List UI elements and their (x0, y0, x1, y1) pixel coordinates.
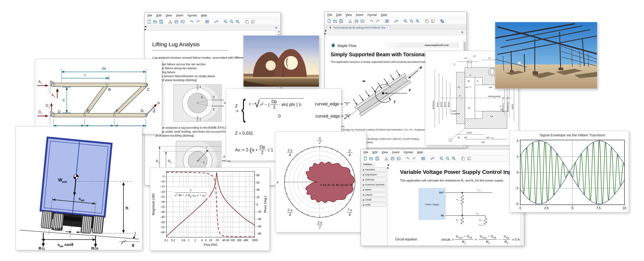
truss-diagram: 3a c b a a a θ Ax Ay Dy Dx P (35, 59, 162, 134)
menu-edit[interactable]: Edit (373, 151, 378, 154)
collapse-chevron-icon[interactable]: « (275, 25, 277, 30)
copy-page-icon[interactable] (245, 19, 249, 24)
menu-file[interactable]: File (147, 14, 152, 17)
zoom-region-icon[interactable] (415, 19, 420, 24)
print-icon[interactable] (390, 156, 395, 161)
export-image-icon[interactable] (396, 156, 401, 161)
menu-format[interactable]: Format (188, 14, 197, 17)
palette-item[interactable]: ▶ Common Symbols (362, 183, 387, 187)
menu-view[interactable]: View (166, 14, 172, 17)
undo-icon[interactable] (189, 19, 194, 24)
svg-text:70: 70 (349, 183, 352, 187)
splitter-handles[interactable]: ◀▶ (325, 29, 327, 35)
svg-text:4: 4 (349, 153, 351, 157)
tab-strip: *TorsionalandLateralLoadingonW10X54Beam.… (325, 25, 466, 30)
print-icon[interactable] (174, 19, 179, 24)
svg-text:40: 40 (336, 183, 339, 187)
menu-edit[interactable]: Edit (156, 14, 161, 17)
paste-page-icon[interactable] (251, 19, 255, 24)
document-tab[interactable]: *TorsionalandLateralLoadingonW10X54Beam.… (327, 26, 390, 29)
collapsed-panel-bar[interactable]: « (325, 30, 466, 35)
svg-text:π: π (276, 180, 279, 184)
palette-item[interactable]: ▶ Expression (362, 173, 387, 177)
svg-text:h sinθ: h sinθ (51, 226, 63, 231)
new-doc-icon[interactable] (327, 19, 331, 24)
palette-item[interactable]: ▶ Layout (362, 193, 387, 197)
palette-item[interactable]: ▶ Matrix (362, 188, 387, 192)
paste-page-icon[interactable] (431, 19, 435, 24)
collapsed-panel-bar[interactable]: « (145, 25, 280, 31)
save-icon[interactable] (159, 19, 164, 24)
svg-text:42⁺⁰·⁵: 42⁺⁰·⁵ (465, 86, 471, 88)
undo-icon[interactable] (369, 19, 374, 24)
menu-format[interactable]: Format (404, 151, 413, 154)
svg-text:−1: −1 (515, 186, 518, 190)
zoom-out-icon[interactable] (229, 19, 234, 24)
redo-icon[interactable] (195, 19, 200, 24)
collapse-chevron-icon[interactable]: « (461, 30, 463, 34)
zoom-in-icon[interactable] (223, 19, 228, 24)
palette-item[interactable]: ▶ Greek (362, 198, 387, 202)
menu-file[interactable]: File (364, 151, 368, 154)
zoom-in-icon[interactable] (403, 19, 408, 24)
svg-text:10: 10 (323, 183, 326, 187)
link-icon[interactable] (430, 156, 435, 161)
paste-page-icon[interactable] (467, 156, 471, 161)
cut-icon[interactable] (168, 19, 173, 24)
palettes-tab[interactable]: Palettes (361, 162, 374, 166)
zoom-in-icon[interactable] (439, 156, 444, 161)
menu-view[interactable]: View (382, 151, 388, 154)
menu-help[interactable]: Help (417, 151, 423, 154)
table-icon[interactable] (385, 19, 389, 24)
menu-help[interactable]: Help (381, 13, 387, 16)
zoom-out-icon[interactable] (445, 156, 450, 161)
save-icon[interactable] (339, 19, 344, 24)
save-icon[interactable] (375, 156, 380, 161)
svg-text:0.1: 0.1 (165, 239, 169, 242)
svg-text:π: π (319, 136, 321, 140)
svg-text:θ: θ (153, 109, 155, 114)
export-image-icon[interactable] (360, 19, 365, 24)
copy-page-icon[interactable] (461, 156, 465, 161)
cut-icon[interactable] (348, 19, 353, 24)
svg-text:1000: 1000 (252, 239, 258, 242)
menu-help[interactable]: Help (201, 14, 207, 17)
svg-text:10: 10 (473, 55, 476, 57)
undo-icon[interactable] (406, 156, 410, 161)
redo-icon[interactable] (412, 156, 416, 161)
svg-text:w: w (362, 79, 365, 83)
table-icon[interactable] (205, 19, 209, 24)
zoom-out-icon[interactable] (409, 19, 414, 24)
svg-text:10: 10 (457, 86, 460, 88)
copy-page-icon[interactable] (424, 19, 429, 24)
menu-insert[interactable]: Insert (392, 151, 399, 154)
zoom-region-icon[interactable] (235, 19, 240, 24)
table-icon[interactable] (421, 156, 426, 161)
new-doc-icon[interactable] (363, 156, 368, 161)
open-folder-icon[interactable] (333, 19, 337, 24)
menu-format[interactable]: Format (368, 13, 377, 16)
menu-view[interactable]: View (346, 13, 352, 16)
palette-item[interactable]: ▶ Units (362, 203, 387, 207)
link-icon[interactable] (394, 19, 399, 24)
menu-file[interactable]: File (327, 13, 332, 16)
new-doc-icon[interactable] (147, 19, 151, 24)
menu-insert[interactable]: Insert (356, 13, 363, 16)
redo-icon[interactable] (375, 19, 380, 24)
print-icon[interactable] (354, 19, 359, 24)
toolbar (325, 18, 466, 25)
svg-text:D: D (46, 103, 48, 108)
menu-insert[interactable]: Insert (176, 14, 183, 17)
open-folder-icon[interactable] (369, 156, 374, 161)
palette-item[interactable]: ▶ Calculus (362, 178, 387, 182)
layout-grid-icon[interactable] (440, 19, 445, 24)
link-icon[interactable] (214, 19, 219, 24)
export-image-icon[interactable] (180, 19, 185, 24)
zoom-region-icon[interactable] (451, 156, 456, 161)
cut-icon[interactable] (384, 156, 389, 161)
menu-edit[interactable]: Edit (336, 13, 341, 16)
tab-close-icon[interactable]: × (387, 26, 388, 29)
palette-item[interactable]: ▶ Favorites (362, 167, 387, 172)
condition-1: curved_edge = "Y" (315, 102, 350, 106)
open-folder-icon[interactable] (153, 19, 158, 24)
